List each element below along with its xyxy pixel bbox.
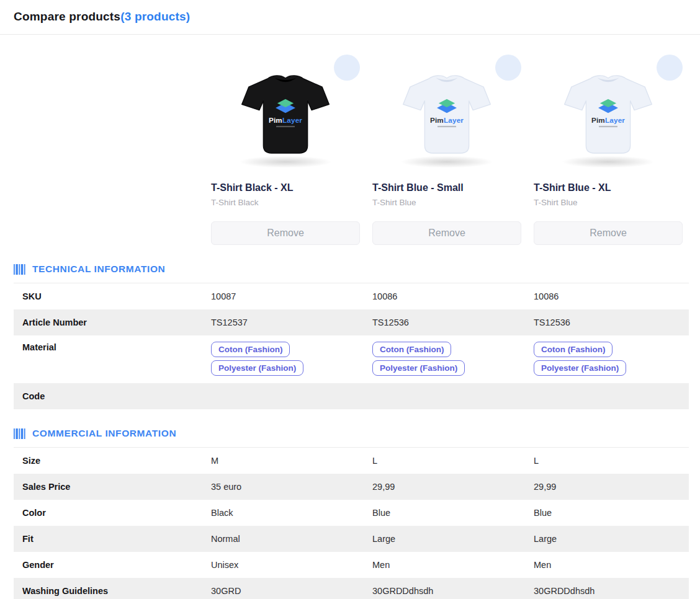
attribute-value: 29,99 [372, 482, 521, 492]
attribute-value: TS12536 [372, 317, 521, 327]
tshirt-graphic: PimLayer [227, 69, 344, 162]
material-chip: Polyester (Fashion) [372, 360, 465, 376]
attribute-value: M [211, 456, 360, 466]
product-image: PimLayer [372, 69, 521, 164]
products-row-spacer [14, 43, 199, 245]
attribute-value: 10086 [372, 291, 521, 301]
page-title: Compare products(3 products) [0, 0, 700, 35]
section-title: TECHNICAL INFORMATION [32, 264, 165, 275]
products-row: PimLayer T-Shirt Black - XL T-Shirt Blac… [14, 35, 689, 245]
attribute-value: 30GRDDdhsdh [534, 586, 683, 596]
svg-text:PimLayer: PimLayer [269, 116, 302, 124]
attribute-value: TS12537 [211, 317, 360, 327]
material-chip: Polyester (Fashion) [211, 360, 303, 376]
attribute-row: SizeMLL [14, 448, 689, 474]
attribute-value: Blue [534, 508, 683, 518]
attribute-row: ColorBlackBlueBlue [14, 500, 689, 526]
barcode-icon [14, 428, 27, 439]
product-card-2: PimLayer T-Shirt Blue - Small T-Shirt Bl… [372, 43, 521, 245]
product-name: T-Shirt Black - XL [211, 182, 360, 193]
attribute-value: Blue [372, 508, 521, 518]
attribute-label: Color [14, 501, 199, 525]
material-chip: Coton (Fashion) [372, 342, 451, 357]
attribute-row: SKU100871008610086 [14, 283, 689, 309]
attribute-row: Code [14, 383, 689, 409]
section-title: COMMERCIAL INFORMATION [32, 428, 176, 439]
remove-button[interactable]: Remove [534, 221, 683, 245]
svg-text:PimLayer: PimLayer [591, 116, 625, 124]
section: TECHNICAL INFORMATION SKU100871008610086… [0, 257, 700, 409]
attribute-value: Unisex [211, 560, 360, 570]
attribute-value: 10087 [211, 291, 360, 301]
section-rows: SKU100871008610086Article NumberTS12537T… [0, 283, 700, 409]
sections-container: TECHNICAL INFORMATION SKU100871008610086… [0, 257, 700, 599]
attribute-value: 10086 [534, 291, 683, 301]
tshirt-graphic: PimLayer [550, 69, 666, 162]
attribute-label: Material [14, 335, 199, 359]
section-rows: SizeMLLSales Price35 euro29,9929,99Color… [0, 448, 700, 599]
attribute-value: 30GRDDdhsdh [372, 586, 521, 596]
product-family: T-Shirt Black [211, 198, 360, 207]
material-chip: Polyester (Fashion) [534, 360, 626, 376]
attribute-row: Sales Price35 euro29,9929,99 [14, 474, 689, 500]
attribute-value: Large [534, 534, 683, 544]
attribute-label: Washing Guidelines [14, 579, 199, 599]
material-chip: Coton (Fashion) [211, 342, 290, 357]
page-title-text: Compare products [14, 10, 120, 23]
svg-text:PimLayer: PimLayer [430, 116, 464, 124]
product-family: T-Shirt Blue [534, 198, 683, 207]
section-header: COMMERCIAL INFORMATION [14, 422, 689, 448]
attribute-value-chips: Coton (Fashion)Polyester (Fashion) [534, 335, 683, 383]
product-family: T-Shirt Blue [372, 198, 521, 207]
product-card-1: PimLayer T-Shirt Black - XL T-Shirt Blac… [211, 43, 360, 245]
attribute-row: GenderUnisexMenMen [14, 552, 689, 578]
attribute-value: Men [372, 560, 521, 570]
tshirt-graphic: PimLayer [388, 69, 505, 162]
attribute-label: Size [14, 449, 199, 473]
attribute-row: FitNormalLargeLarge [14, 526, 689, 552]
attribute-value: Large [372, 534, 521, 544]
attribute-label: Code [14, 384, 199, 408]
attribute-value: Normal [211, 534, 360, 544]
attribute-value: 29,99 [534, 482, 683, 492]
attribute-value-chips: Coton (Fashion)Polyester (Fashion) [211, 335, 360, 383]
attribute-row: Article NumberTS12537TS12536TS12536 [14, 309, 689, 335]
attribute-value: Men [534, 560, 683, 570]
compare-products-page: Compare products(3 products) PimLayer T-… [0, 0, 700, 599]
attribute-value: L [372, 456, 521, 466]
attribute-label: Article Number [14, 311, 199, 334]
attribute-label: Gender [14, 553, 199, 577]
section: COMMERCIAL INFORMATION SizeMLLSales Pric… [0, 422, 700, 599]
product-name: T-Shirt Blue - Small [372, 182, 521, 193]
attribute-value: Black [211, 508, 360, 518]
attribute-value: TS12536 [534, 317, 683, 327]
attribute-row: MaterialCoton (Fashion)Polyester (Fashio… [14, 335, 689, 383]
barcode-icon [14, 264, 27, 275]
product-name: T-Shirt Blue - XL [534, 182, 683, 193]
attribute-label: SKU [14, 285, 199, 308]
product-count-badge: (3 products) [120, 10, 190, 23]
remove-button[interactable]: Remove [372, 221, 521, 245]
attribute-label: Sales Price [14, 475, 199, 499]
attribute-row: Washing Guidelines30GRD30GRDDdhsdh30GRDD… [14, 578, 689, 599]
product-card-3: PimLayer T-Shirt Blue - XL T-Shirt Blue … [534, 43, 683, 245]
product-image: PimLayer [534, 69, 683, 164]
attribute-value: L [534, 456, 683, 466]
attribute-value-chips: Coton (Fashion)Polyester (Fashion) [372, 335, 521, 383]
attribute-value: 35 euro [211, 482, 360, 492]
material-chip: Coton (Fashion) [534, 342, 612, 357]
attribute-value: 30GRD [211, 586, 360, 596]
remove-button[interactable]: Remove [211, 221, 360, 245]
attribute-label: Fit [14, 527, 199, 551]
product-image: PimLayer [211, 69, 360, 164]
section-header: TECHNICAL INFORMATION [14, 257, 689, 283]
